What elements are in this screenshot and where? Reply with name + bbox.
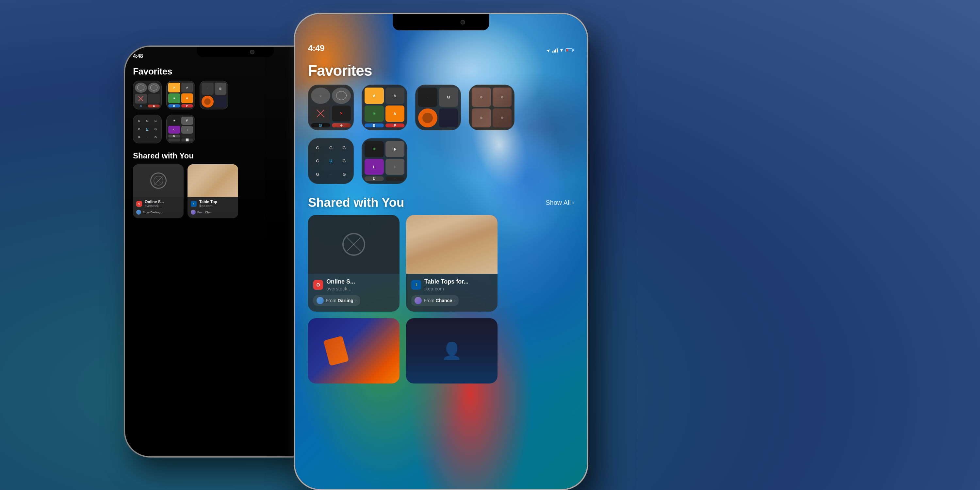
- back-letter-folder[interactable]: G G G G U G G · G: [133, 115, 162, 143]
- front-favorites-title: Favorites: [295, 57, 587, 84]
- front-cell-g3: G: [338, 142, 350, 154]
- back-from-label-cha: From Cha: [197, 211, 211, 214]
- mannequin-icon: 👤: [442, 341, 462, 360]
- front-fi-folder[interactable]: ✳ F L I U ·: [362, 138, 407, 184]
- back-card-overstock[interactable]: O Online S... overstock.... From Darling: [133, 164, 184, 218]
- front-cell-g1: G: [312, 142, 324, 154]
- back-cell-u: U: [143, 125, 151, 133]
- back-safari-icon: [150, 172, 167, 189]
- show-all-chevron: ›: [572, 199, 574, 206]
- back-from-label-darling: From Darling: [143, 211, 161, 214]
- front-cell-u: U: [325, 155, 337, 167]
- back-darling-avatar: [136, 210, 141, 215]
- front-content: 4:49 ▾: [295, 35, 587, 489]
- front-bottom-cards: 👤: [295, 312, 587, 383]
- front-darling-avatar: [317, 297, 324, 304]
- front-chance-chevron: ›: [454, 298, 455, 303]
- front-phone-notch: [393, 14, 489, 30]
- front-cell-dot: ·: [325, 168, 337, 180]
- front-status-time: 4:49: [308, 43, 547, 53]
- front-mannequin-card[interactable]: 👤: [406, 318, 498, 383]
- back-card-from-darling[interactable]: From Darling ›: [136, 210, 180, 215]
- back-card-info-overstock: O Online S... overstock.... From Darling: [133, 197, 184, 218]
- front-phone-screen: 4:49 ▾: [295, 14, 587, 489]
- back-cell-g2: G: [143, 117, 151, 124]
- back-folder-2[interactable]: A A ✳ A B P: [166, 81, 195, 110]
- back-card-info-ikea: I Table Top ikea.com From Cha: [188, 197, 238, 218]
- back-card-thumb-ikea: [188, 164, 238, 197]
- front-card-domain-ikea: ikea.com: [424, 286, 468, 291]
- phone-front: 4:49 ▾: [294, 13, 588, 490]
- front-from-label-chance: From Chance: [424, 298, 452, 303]
- front-folder-2[interactable]: A A ✳ A B P: [362, 84, 407, 130]
- back-cell-g3: G: [152, 117, 159, 124]
- back-cell-g4: G: [135, 125, 143, 133]
- front-card-title-overstock: Online S...: [326, 278, 355, 285]
- back-from-name-cha: Cha: [205, 211, 211, 214]
- front-from-name-chance: Chance: [436, 298, 452, 303]
- back-folder-1[interactable]: ◎ ◈: [133, 81, 162, 110]
- back-card-from-cha[interactable]: From Cha: [191, 210, 235, 215]
- back-card-site-row-ikea: I Table Top ikea.com: [191, 200, 235, 208]
- show-all-label: Show All: [546, 199, 571, 207]
- front-card-ikea[interactable]: I Table Tops for... ikea.com From C: [406, 215, 498, 312]
- back-phone-notch: [197, 47, 274, 57]
- front-wifi-icon: ▾: [560, 47, 563, 53]
- back-card-text: Online S... overstock....: [145, 200, 164, 208]
- front-site-row-overstock: O Online S... overstock....: [313, 278, 394, 291]
- front-card-info-ikea: I Table Tops for... ikea.com From C: [406, 274, 498, 312]
- front-thumb-ikea: [406, 215, 498, 274]
- front-card-domain-overstock: overstock....: [326, 286, 355, 291]
- front-cell-g4: G: [312, 155, 324, 167]
- front-signal-icon: [552, 48, 558, 52]
- front-card-title-ikea: Table Tops for...: [424, 278, 468, 285]
- front-cell-g6: G: [312, 168, 324, 180]
- front-folder-4[interactable]: ⊕ ⊕ ⊕ ⊕: [469, 84, 514, 130]
- back-card-title-overstock: Online S...: [145, 200, 164, 204]
- back-cell-g1: G: [135, 117, 143, 124]
- front-show-all-btn[interactable]: Show All ›: [546, 199, 574, 207]
- back-cell-dot1: ·: [143, 134, 151, 141]
- front-overstock-text: Online S... overstock....: [326, 278, 355, 291]
- back-card-ikea[interactable]: I Table Top ikea.com From Cha: [188, 164, 238, 218]
- back-cha-avatar: [191, 210, 196, 215]
- front-ikea-text: Table Tops for... ikea.com: [424, 278, 468, 291]
- front-darling-chevron: ›: [355, 298, 357, 303]
- front-card-overstock[interactable]: O Online S... overstock.... From Da: [308, 215, 399, 312]
- front-cell-g5: G: [338, 155, 350, 167]
- app-background: 4:48 ▾ ▮ Favorites: [0, 0, 980, 490]
- front-cell-g2: G: [325, 142, 337, 154]
- back-card-domain-overstock: overstock....: [145, 204, 164, 208]
- front-thumb-overstock: [308, 215, 399, 274]
- back-folder-3[interactable]: · ⊡: [200, 81, 228, 110]
- front-shared-title: Shared with You: [308, 196, 404, 210]
- back-card-title-ikea: Table Top: [199, 200, 217, 204]
- front-from-chance[interactable]: From Chance ›: [411, 295, 459, 306]
- back-fi-folder[interactable]: ✳ F L I U · ⬜: [166, 115, 195, 143]
- front-folder-3[interactable]: · ⊡: [415, 84, 461, 130]
- front-folder-1[interactable]: ○ ✕ ◎ ◈: [308, 84, 354, 130]
- back-cell-g5: G: [152, 125, 159, 133]
- front-card-info-overstock: O Online S... overstock.... From Da: [308, 274, 399, 312]
- back-cell-g6: G: [135, 134, 143, 141]
- front-location-icon: [547, 48, 550, 53]
- back-cell-g7: G: [152, 134, 159, 141]
- back-card-site-row: O Online S... overstock....: [136, 200, 180, 208]
- front-safari-icon: [342, 233, 365, 256]
- front-shared-cards: O Online S... overstock.... From Da: [295, 215, 587, 312]
- front-shared-section: Shared with You Show All ›: [295, 196, 587, 383]
- front-chance-avatar: [415, 297, 422, 304]
- front-favorites-row2: G G G G U G G · G ✳: [295, 138, 587, 184]
- front-from-label-darling: From Darling: [326, 298, 353, 303]
- front-kite-card[interactable]: [308, 318, 399, 383]
- phone-front-shell: 4:49 ▾: [294, 13, 588, 490]
- front-g-folder[interactable]: G G G G U G G · G: [308, 138, 354, 184]
- front-from-darling[interactable]: From Darling ›: [313, 295, 360, 306]
- back-from-name-darling: Darling: [151, 211, 161, 214]
- back-card-domain-ikea: ikea.com: [199, 204, 217, 208]
- front-status-bar: 4:49 ▾: [295, 35, 587, 57]
- back-from-chevron: ›: [162, 210, 163, 214]
- front-favorites-row1: ○ ✕ ◎ ◈ A A ✳: [295, 84, 587, 130]
- kite-shape: [323, 336, 349, 366]
- front-status-icons: ▾: [552, 47, 574, 53]
